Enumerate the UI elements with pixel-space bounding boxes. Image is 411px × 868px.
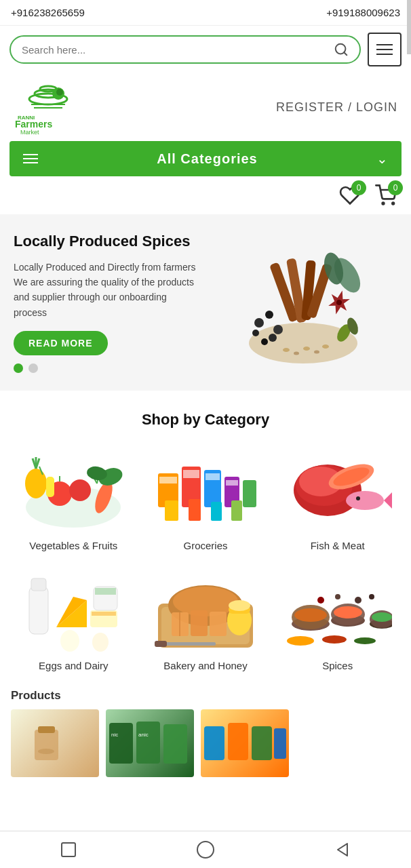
phone-1[interactable]: +916238265659 bbox=[11, 7, 85, 18]
category-label-spices: Spices bbox=[322, 660, 353, 671]
svg-point-19 bbox=[254, 318, 264, 328]
svg-point-24 bbox=[261, 338, 268, 345]
category-item-veg-fruits[interactable]: Vegetables & Fruits bbox=[11, 442, 136, 555]
svg-line-1 bbox=[344, 52, 347, 55]
logo[interactable]: RANNI Farmers Market bbox=[11, 80, 85, 134]
svg-point-100 bbox=[334, 606, 362, 618]
phone-2[interactable]: +919188009623 bbox=[326, 7, 400, 18]
svg-point-12 bbox=[383, 203, 385, 205]
banner-dot-2[interactable] bbox=[28, 363, 38, 373]
category-item-groceries[interactable]: Groceries bbox=[143, 442, 269, 555]
banner-text-area: Locally Produced Spices Locally Produced… bbox=[14, 232, 202, 373]
register-label[interactable]: REGISTER / LOGIN bbox=[276, 100, 397, 114]
svg-point-35 bbox=[322, 344, 329, 349]
cart-button[interactable]: 0 bbox=[374, 184, 397, 206]
svg-rect-116 bbox=[136, 722, 160, 764]
svg-point-113 bbox=[38, 749, 54, 754]
search-row bbox=[0, 26, 411, 73]
svg-point-110 bbox=[369, 594, 374, 599]
svg-rect-81 bbox=[95, 588, 116, 595]
svg-point-107 bbox=[317, 597, 324, 604]
svg-text:anic: anic bbox=[138, 732, 149, 738]
category-item-spices[interactable]: Spices bbox=[275, 562, 400, 675]
category-label-groceries: Groceries bbox=[183, 540, 227, 551]
svg-rect-72 bbox=[29, 587, 48, 634]
category-label-bakery-honey: Bakery and Honey bbox=[163, 660, 247, 671]
shop-section-title: Shop by Category bbox=[11, 411, 400, 429]
categories-label: All Categories bbox=[46, 151, 368, 167]
chevron-down-icon: ⌄ bbox=[376, 151, 388, 167]
svg-rect-89 bbox=[210, 612, 227, 636]
svg-rect-63 bbox=[231, 500, 242, 521]
category-image-groceries bbox=[151, 446, 260, 534]
svg-text:Farmers: Farmers bbox=[15, 119, 52, 130]
svg-rect-62 bbox=[211, 502, 222, 521]
svg-marker-68 bbox=[384, 492, 392, 509]
svg-rect-59 bbox=[243, 480, 256, 507]
svg-point-33 bbox=[303, 347, 310, 351]
svg-point-104 bbox=[287, 636, 314, 646]
svg-point-32 bbox=[294, 352, 299, 355]
product-thumb-2[interactable]: nic anic bbox=[106, 709, 194, 777]
svg-point-6 bbox=[56, 89, 63, 96]
svg-rect-112 bbox=[38, 726, 55, 733]
spices-illustration bbox=[239, 235, 368, 370]
svg-point-92 bbox=[229, 600, 250, 611]
svg-point-105 bbox=[322, 635, 347, 644]
svg-rect-122 bbox=[274, 728, 286, 759]
svg-point-69 bbox=[356, 496, 360, 500]
category-image-veg-fruits bbox=[19, 446, 128, 534]
category-item-fish-meat[interactable]: Fish & Meat bbox=[275, 442, 400, 555]
svg-point-97 bbox=[294, 608, 327, 622]
svg-rect-54 bbox=[183, 470, 199, 478]
svg-point-23 bbox=[269, 334, 277, 342]
svg-rect-119 bbox=[204, 726, 224, 760]
category-item-eggs-dairy[interactable]: Eggs and Dairy bbox=[11, 562, 136, 675]
svg-point-42 bbox=[69, 479, 91, 501]
svg-rect-49 bbox=[46, 477, 54, 497]
banner-description: Locally Produced and Directly from farme… bbox=[14, 260, 202, 321]
svg-text:Market: Market bbox=[20, 129, 39, 134]
categories-bar[interactable]: All Categories ⌄ bbox=[9, 141, 402, 176]
svg-point-103 bbox=[372, 612, 392, 622]
search-input[interactable] bbox=[22, 44, 328, 56]
svg-rect-118 bbox=[163, 724, 187, 764]
wishlist-button[interactable]: 0 bbox=[339, 184, 361, 206]
category-item-bakery-honey[interactable]: Bakery and Honey bbox=[143, 562, 269, 675]
svg-rect-58 bbox=[226, 480, 238, 486]
svg-point-37 bbox=[25, 469, 47, 498]
categories-hamburger-icon bbox=[23, 154, 38, 163]
svg-point-106 bbox=[354, 637, 376, 644]
svg-point-22 bbox=[252, 330, 259, 336]
product-thumb-3[interactable] bbox=[201, 709, 289, 777]
product-thumb-1[interactable] bbox=[11, 709, 99, 777]
category-label-fish-meat: Fish & Meat bbox=[311, 540, 365, 551]
svg-rect-94 bbox=[155, 641, 167, 647]
banner-dots bbox=[14, 363, 202, 373]
category-image-bakery-honey bbox=[151, 566, 260, 654]
category-image-fish-meat bbox=[283, 446, 392, 534]
read-more-button[interactable]: READ MORE bbox=[14, 331, 108, 355]
svg-point-34 bbox=[314, 351, 319, 354]
banner-dot-1[interactable] bbox=[14, 363, 23, 373]
register-login-link[interactable]: REGISTER / LOGIN bbox=[273, 100, 400, 115]
svg-rect-77 bbox=[92, 612, 116, 616]
search-box[interactable] bbox=[9, 35, 361, 64]
svg-rect-111 bbox=[35, 730, 58, 760]
svg-text:nic: nic bbox=[111, 732, 118, 738]
wishlist-count: 0 bbox=[351, 180, 366, 195]
svg-rect-93 bbox=[161, 642, 216, 646]
svg-point-21 bbox=[273, 325, 283, 334]
product-image-1 bbox=[21, 716, 89, 770]
banner-image bbox=[209, 235, 397, 370]
hamburger-menu-button[interactable] bbox=[368, 33, 402, 66]
svg-point-79 bbox=[92, 633, 109, 652]
svg-rect-56 bbox=[206, 473, 220, 480]
svg-rect-73 bbox=[31, 578, 46, 591]
category-label-veg-fruits: Vegetables & Fruits bbox=[29, 540, 117, 551]
banner-title: Locally Produced Spices bbox=[14, 232, 202, 252]
logo-icon: RANNI Farmers Market bbox=[11, 80, 85, 134]
category-image-spices bbox=[283, 566, 392, 654]
logo-row: RANNI Farmers Market REGISTER / LOGIN bbox=[0, 73, 411, 141]
products-section: Products nic anic bbox=[0, 682, 411, 784]
